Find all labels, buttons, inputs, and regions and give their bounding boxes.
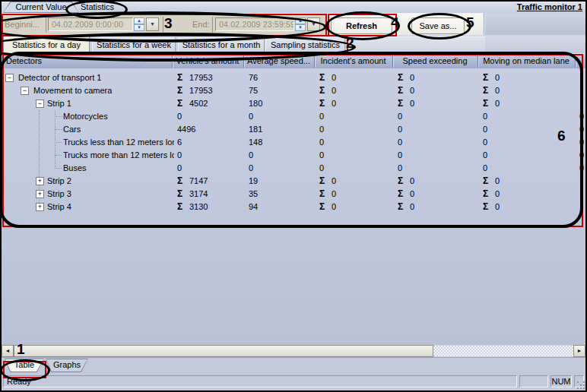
cell-value: 0 (332, 71, 336, 84)
begin-date-spinner: ▲ ▼ (134, 17, 144, 31)
scroll-left-icon[interactable]: ◄ (2, 345, 14, 357)
cell-value: 0 (495, 201, 500, 213)
cell-value: 0 (249, 162, 253, 175)
sigma-icon: Σ (177, 84, 182, 97)
cell-value: 0 (483, 162, 487, 175)
expand-icon[interactable]: + (36, 190, 44, 198)
sigma-icon: Σ (483, 97, 488, 110)
cell-value: 0 (483, 110, 487, 123)
cell-value: 0 (483, 136, 487, 149)
tab-graphs[interactable]: Graphs (46, 359, 88, 372)
expand-icon[interactable]: + (36, 203, 44, 211)
scrollbar-track[interactable] (433, 346, 573, 356)
stat-tab-2[interactable]: Statistics for a month (178, 37, 265, 53)
collapse-icon[interactable]: − (5, 74, 14, 82)
cell-value: 0 (319, 110, 324, 123)
sigma-icon: Σ (177, 175, 182, 188)
cell-value: 0 (177, 110, 182, 123)
cell-value: 0 (410, 71, 414, 84)
column-divider[interactable] (314, 55, 315, 68)
row-label: Strip 1 (47, 97, 71, 110)
begin-date-dropdown-icon[interactable]: ▼ (146, 17, 159, 31)
column-divider[interactable] (392, 55, 393, 68)
statistics-tab-bar: Statistics for a dayStatistics for a wee… (2, 35, 585, 53)
sigma-icon: Σ (319, 175, 325, 188)
scroll-right-icon[interactable]: ► (573, 345, 585, 357)
cell-value: 0 (579, 110, 584, 123)
column-divider[interactable] (575, 55, 576, 68)
row-label: Motorcycles (63, 110, 108, 123)
scrollbar-thumb[interactable] (14, 345, 433, 357)
statistics-tab-bar-filler (347, 36, 485, 54)
column-header[interactable]: Detectors (2, 54, 176, 68)
cell-value: 180 (249, 97, 262, 110)
table-row[interactable]: Trucks less than 12 meters lor61480000 (2, 136, 585, 149)
spinner-down-icon[interactable]: ▼ (134, 24, 144, 31)
column-divider[interactable] (243, 55, 244, 68)
row-label: Trucks more than 12 meters lc (63, 149, 174, 162)
row-label: Strip 2 (47, 175, 71, 188)
column-header[interactable]: Moving on median lane (478, 54, 575, 68)
begin-date-field[interactable]: 04.02.2009 0:00:00 (48, 17, 133, 31)
spinner-down-icon[interactable]: ▼ (295, 24, 306, 31)
toolbar-right-filler (484, 13, 585, 35)
column-header[interactable]: Vehicle's amount (172, 54, 243, 68)
sigma-icon: Σ (319, 97, 325, 110)
horizontal-scrollbar[interactable]: ◄ ► (2, 345, 585, 357)
collapse-icon[interactable]: − (36, 100, 44, 108)
row-label: Movement to camera (33, 84, 112, 97)
cell-value: 0 (249, 149, 253, 162)
cell-value: 0 (332, 97, 336, 110)
cell-value: 0 (398, 149, 402, 162)
cell-value: 0 (495, 175, 500, 188)
cell-value: 0 (398, 123, 402, 136)
column-header[interactable]: Incident's amount (314, 54, 392, 68)
table-row[interactable]: Trucks more than 12 meters lc000000 (2, 149, 585, 162)
toolbar-separator (46, 17, 46, 33)
cell-value: 0 (410, 201, 414, 213)
expand-icon[interactable]: + (36, 177, 44, 185)
spinner-up-icon[interactable]: ▲ (295, 17, 306, 24)
column-divider[interactable] (478, 55, 478, 68)
table-row[interactable]: −Detector of transport 1Σ1795376Σ0Σ0Σ0 (2, 71, 585, 84)
tab-current-value[interactable]: Current Value (3, 2, 79, 13)
stat-tab-1[interactable]: Statistics for a week (92, 37, 176, 53)
tab-statistics[interactable]: Statistics (81, 2, 114, 11)
save-as-button[interactable]: Save as... (411, 17, 465, 34)
cell-value: 76 (249, 71, 258, 84)
column-header[interactable]: Average speed... (243, 54, 314, 68)
table-row[interactable]: +Strip 4Σ313094Σ0Σ0Σ0 (2, 201, 585, 213)
sigma-icon: Σ (177, 188, 182, 201)
stat-tab-3[interactable]: Sampling statistics (265, 37, 345, 53)
row-label: Trucks less than 12 meters lor (63, 136, 174, 149)
table-row[interactable]: −Strip 1Σ4502180Σ0Σ0Σ0 (2, 97, 585, 110)
table-row[interactable]: +Strip 3Σ317435Σ0Σ0Σ0 (2, 188, 585, 201)
end-date-dropdown-icon[interactable]: ▼ (307, 17, 320, 31)
table-row[interactable]: Buses000000 (2, 162, 585, 175)
toolbar-separator (163, 17, 163, 33)
end-date-field[interactable]: 04.02.2009 23:59:59 (215, 17, 294, 31)
sigma-icon: Σ (398, 188, 403, 201)
column-header[interactable]: Speed exceeding (392, 54, 478, 68)
cell-value: 0 (483, 123, 487, 136)
sigma-icon: Σ (398, 71, 403, 84)
bottom-tab-bar: Table Graphs (2, 357, 585, 374)
row-label: Strip 3 (47, 188, 71, 201)
collapse-icon[interactable]: − (21, 87, 29, 95)
table-row[interactable]: −Movement to cameraΣ1795375Σ0Σ0Σ0 (2, 84, 585, 97)
stat-tab-0[interactable]: Statistics for a day (3, 36, 90, 53)
table-row[interactable]: +Strip 2Σ714719Σ0Σ0Σ0 (2, 175, 585, 188)
status-message: Ready (3, 375, 517, 387)
refresh-button[interactable]: Refresh (331, 17, 392, 34)
top-tab-strip: Current Value Statistics Traffic monitor… (2, 2, 585, 13)
table-row[interactable]: Cars44961810000 (2, 123, 585, 136)
spinner-up-icon[interactable]: ▲ (134, 17, 144, 24)
cell-value: 19 (249, 175, 258, 188)
resize-grip-icon[interactable] (576, 380, 585, 389)
sigma-icon: Σ (177, 71, 182, 84)
column-divider[interactable] (172, 55, 173, 68)
table-row[interactable]: Motorcycles000000 (2, 110, 585, 123)
sigma-icon: Σ (319, 84, 325, 97)
tab-table[interactable]: Table (5, 359, 44, 372)
sigma-icon: Σ (319, 188, 325, 201)
